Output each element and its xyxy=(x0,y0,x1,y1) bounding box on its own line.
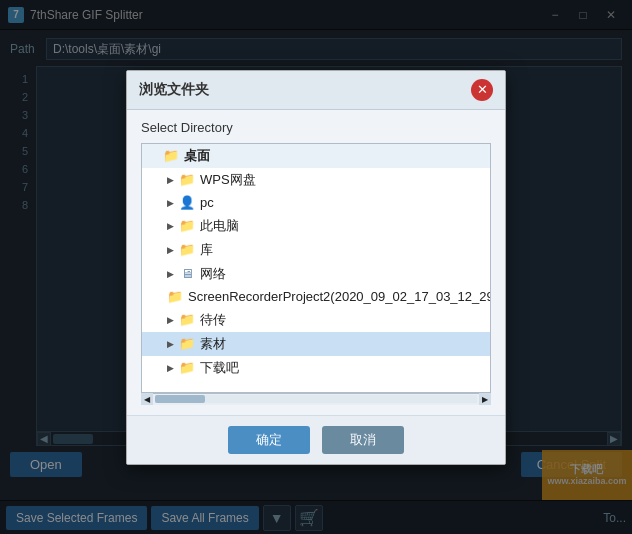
dialog-confirm-button[interactable]: 确定 xyxy=(228,426,310,454)
tree-item-network[interactable]: ▶ 🖥 网络 xyxy=(142,262,490,286)
dialog-overlay: 浏览文件夹 ✕ Select Directory 📁 桌面 ▶ 📁 WPS网盘 xyxy=(0,0,632,534)
tree-item-wps[interactable]: ▶ 📁 WPS网盘 xyxy=(142,168,490,192)
expander-download: ▶ xyxy=(164,360,176,376)
file-tree[interactable]: 📁 桌面 ▶ 📁 WPS网盘 ▶ 👤 pc ▶ 📁 此电脑 xyxy=(141,143,491,393)
expander-lib: ▶ xyxy=(164,242,176,258)
expander-network: ▶ xyxy=(164,266,176,282)
tree-label-pending: 待传 xyxy=(200,311,226,329)
tree-item-mypc[interactable]: ▶ 📁 此电脑 xyxy=(142,214,490,238)
folder-icon-screenrec: 📁 xyxy=(166,289,184,305)
dialog-title: 浏览文件夹 xyxy=(139,81,471,99)
browse-folder-dialog: 浏览文件夹 ✕ Select Directory 📁 桌面 ▶ 📁 WPS网盘 xyxy=(126,70,506,465)
tree-item-pending[interactable]: ▶ 📁 待传 xyxy=(142,308,490,332)
expander-mypc: ▶ xyxy=(164,218,176,234)
tree-label-screenrec: ScreenRecorderProject2(2020_09_02_17_03_… xyxy=(188,289,491,304)
tree-label-mypc: 此电脑 xyxy=(200,217,239,235)
dialog-close-button[interactable]: ✕ xyxy=(471,79,493,101)
folder-icon-lib: 📁 xyxy=(178,242,196,258)
tree-item-download[interactable]: ▶ 📁 下载吧 xyxy=(142,356,490,380)
folder-icon-wps: 📁 xyxy=(178,172,196,188)
expander-pc: ▶ xyxy=(164,195,176,211)
dialog-cancel-button[interactable]: 取消 xyxy=(322,426,404,454)
tree-label-network: 网络 xyxy=(200,265,226,283)
expander-pending: ▶ xyxy=(164,312,176,328)
dialog-titlebar: 浏览文件夹 ✕ xyxy=(127,71,505,110)
tree-item-screenrec[interactable]: 📁 ScreenRecorderProject2(2020_09_02_17_0… xyxy=(142,286,490,308)
tree-label-pc: pc xyxy=(200,195,214,210)
tree-label-download: 下载吧 xyxy=(200,359,239,377)
tree-label-desktop: 桌面 xyxy=(184,147,210,165)
tree-label-wps: WPS网盘 xyxy=(200,171,256,189)
folder-icon-pending: 📁 xyxy=(178,312,196,328)
tree-hscroll: ◀ ▶ xyxy=(141,393,491,405)
expander-desktop xyxy=(148,148,160,164)
tree-label-lib: 库 xyxy=(200,241,213,259)
tree-item-desktop[interactable]: 📁 桌面 xyxy=(142,144,490,168)
dialog-footer: 确定 取消 xyxy=(127,415,505,464)
folder-icon-download: 📁 xyxy=(178,360,196,376)
expander-sucai: ▶ xyxy=(164,336,176,352)
tree-scroll-left[interactable]: ◀ xyxy=(141,393,153,405)
network-icon: 🖥 xyxy=(178,266,196,282)
folder-icon-sucai: 📁 xyxy=(178,336,196,352)
tree-label-sucai: 素材 xyxy=(200,335,226,353)
dialog-body: Select Directory 📁 桌面 ▶ 📁 WPS网盘 ▶ 👤 pc xyxy=(127,110,505,415)
folder-icon-mypc: 📁 xyxy=(178,218,196,234)
tree-item-lib[interactable]: ▶ 📁 库 xyxy=(142,238,490,262)
tree-scroll-right[interactable]: ▶ xyxy=(479,393,491,405)
tree-scroll-track xyxy=(155,395,477,403)
folder-icon-desktop: 📁 xyxy=(162,148,180,164)
tree-scroll-thumb[interactable] xyxy=(155,395,205,403)
expander-wps: ▶ xyxy=(164,172,176,188)
tree-item-pc[interactable]: ▶ 👤 pc xyxy=(142,192,490,214)
tree-item-sucai[interactable]: ▶ 📁 素材 xyxy=(142,332,490,356)
person-icon-pc: 👤 xyxy=(178,195,196,211)
dialog-subtitle: Select Directory xyxy=(141,120,491,135)
